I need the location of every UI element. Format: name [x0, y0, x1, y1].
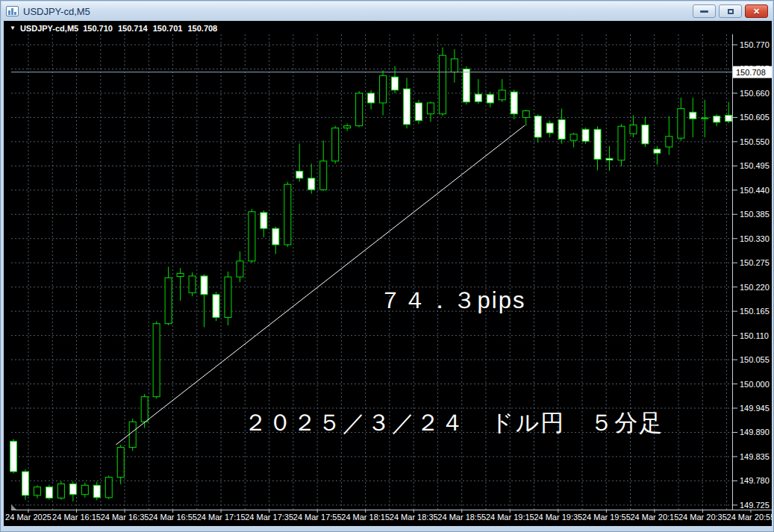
chart-area[interactable]: ▼ USDJPY-cd,M5 150.710 150.714 150.701 1…: [4, 21, 772, 526]
candle-body: [714, 116, 720, 122]
candle-body: [272, 228, 279, 245]
quote-high: 150.714: [118, 24, 148, 33]
candle-body: [213, 295, 219, 318]
candle-body: [237, 261, 243, 277]
candle-body: [308, 178, 315, 190]
price-axis-label: 150.330: [740, 234, 770, 243]
time-axis-label: 24 Mar 17:55: [293, 513, 342, 522]
candle-body: [320, 161, 327, 190]
candle-body: [332, 128, 339, 161]
candle-body: [690, 112, 696, 119]
candle-body: [392, 77, 399, 90]
price-axis-label: 149.780: [740, 476, 770, 485]
price-axis-label: 149.945: [740, 404, 770, 413]
pips-label[interactable]: ７４．３pips: [379, 287, 526, 313]
candle-body: [618, 126, 625, 160]
candle-body: [570, 134, 577, 140]
quote-open: 150.710: [83, 24, 113, 33]
candle-body: [57, 484, 64, 498]
candle-body: [451, 59, 458, 72]
candlestick-chart[interactable]: 150.770150.715150.660150.605150.550150.4…: [4, 21, 772, 526]
candle-body: [46, 487, 52, 498]
date-label[interactable]: ２０２５／３／２４ ドル円 ５分足: [244, 410, 664, 436]
candle-body: [463, 69, 469, 101]
candle-body: [546, 123, 553, 133]
price-axis-label: 150.110: [740, 331, 769, 340]
candle-body: [189, 276, 196, 292]
candle-body: [606, 158, 613, 160]
time-axis-label: 24 Mar 20:55: [727, 513, 772, 522]
candle-body: [642, 125, 649, 143]
price-axis-label: 150.220: [740, 283, 770, 292]
minimize-icon: [700, 10, 708, 13]
candle-body: [511, 92, 517, 114]
price-axis-label: 150.770: [740, 40, 770, 49]
candle-body: [141, 397, 148, 422]
price-axis-label: 150.440: [740, 186, 770, 195]
quote-close: 150.708: [187, 24, 217, 33]
candle-body: [534, 116, 541, 137]
candle-body: [201, 276, 207, 295]
candle-body: [475, 94, 481, 101]
candle-body: [582, 129, 589, 141]
candle-body: [105, 478, 112, 498]
candle-body: [165, 278, 172, 323]
time-axis-label: 24 Mar 17:35: [245, 513, 293, 522]
time-axis-label: 24 Mar 20:35: [678, 513, 727, 522]
price-axis-label: 149.835: [740, 452, 770, 461]
candle-body: [427, 103, 434, 114]
minimize-button[interactable]: [693, 4, 716, 18]
candle-body: [404, 89, 411, 125]
time-axis-label: 24 Mar 16:35: [101, 513, 149, 522]
candle-body: [117, 448, 124, 478]
current-price-label: 150.708: [736, 68, 766, 77]
chart-icon[interactable]: [6, 6, 19, 16]
time-axis-label: 24 Mar 16:15: [52, 513, 101, 522]
price-axis-label: 150.550: [740, 137, 770, 146]
candle-body: [34, 487, 40, 495]
candle-body: [666, 137, 672, 147]
time-axis-label: 24 Mar 19:35: [534, 513, 582, 522]
time-axis-label: 24 Mar 18:55: [437, 513, 486, 522]
candle-body: [249, 212, 255, 261]
candle-body: [260, 213, 267, 228]
dropdown-arrow-icon: ▼: [10, 25, 16, 31]
time-axis-label: 24 Mar 20:15: [630, 513, 678, 522]
price-axis-label: 149.725: [740, 501, 770, 510]
candle-body: [678, 109, 684, 139]
candle-body: [284, 184, 291, 245]
window-title: USDJPY-cd,M5: [23, 6, 90, 17]
price-axis-label: 150.165: [740, 307, 770, 316]
time-axis-label: 24 Mar 18:35: [390, 513, 438, 522]
time-axis-label: 24 Mar 19:15: [486, 513, 534, 522]
candle-body: [93, 485, 100, 498]
candle-body: [225, 277, 231, 317]
title-bar[interactable]: USDJPY-cd,M5 ✕: [1, 1, 773, 21]
candle-body: [725, 115, 732, 121]
candle-body: [177, 273, 184, 276]
price-axis-label: 150.055: [740, 355, 770, 364]
price-axis-label: 150.660: [740, 89, 770, 98]
price-axis-label: 150.000: [740, 380, 770, 389]
close-icon: ✕: [753, 7, 760, 16]
candle-body: [10, 441, 17, 472]
quote-symbol: USDJPY-cd,M5: [20, 24, 78, 33]
candle-body: [356, 93, 363, 126]
price-axis-label: 150.495: [740, 161, 770, 170]
candle-body: [22, 472, 28, 495]
candle-body: [129, 422, 136, 447]
time-axis-label: 24 Mar 16:55: [149, 513, 197, 522]
candle-body: [69, 484, 76, 495]
candle-body: [630, 125, 637, 134]
restore-button[interactable]: [719, 4, 742, 18]
candle-body: [296, 171, 303, 178]
price-axis-label: 150.275: [740, 258, 770, 267]
time-axis-label: 24 Mar 17:15: [197, 513, 246, 522]
candle-body: [380, 75, 387, 103]
close-button[interactable]: ✕: [745, 4, 768, 18]
quote-low: 150.701: [153, 24, 183, 33]
time-axis-label: 24 Mar 2025: [5, 513, 52, 522]
candle-body: [654, 149, 661, 153]
candle-body: [487, 95, 493, 103]
candle-body: [415, 103, 422, 121]
